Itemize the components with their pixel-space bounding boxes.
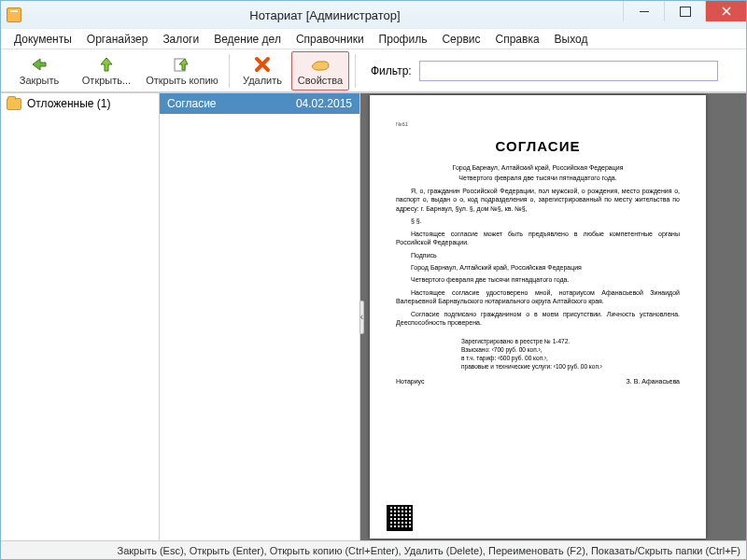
preview-para4: Настоящее согласие удостоверено мной, но… [396,288,680,306]
doc-title: Согласие [167,97,217,110]
notary-name: З. В. Афанасьева [627,378,680,385]
menu-pledges[interactable]: Залоги [157,31,204,48]
minimize-button[interactable] [623,1,664,21]
filter-label: Фильтр: [371,64,412,77]
close-label: Закрыть [20,75,59,86]
document-arrow-icon [172,55,192,74]
menu-documents[interactable]: Документы [8,31,78,48]
menu-profile[interactable]: Профиль [374,31,433,48]
menu-exit[interactable]: Выход [549,31,594,48]
properties-label: Свойства [298,75,343,86]
menu-help[interactable]: Справка [490,31,545,48]
statusbar: Закрыть (Esc), Открыть (Enter), Открыть … [1,540,746,559]
app-icon [7,7,21,22]
preview-panel: №61 СОГЛАСИЕ Город Барнаул, Алтайский кр… [360,93,746,540]
window-title: Нотариат [Администратор] [27,8,623,22]
filter-input[interactable] [419,61,718,81]
reg-line: Зарегистрировано в реестре № 1-472. [461,337,680,345]
statusbar-text: Закрыть (Esc), Открыть (Enter), Открыть … [118,545,740,556]
arrow-left-icon [29,55,49,74]
signature-row: Нотариус З. В. Афанасьева [396,378,680,385]
titlebar: Нотариат [Администратор] [1,1,746,29]
preview-para1b: § §. [396,217,680,225]
reg-line: правовые и технические услуги: ‹100 руб.… [461,362,680,371]
separator [229,54,230,88]
app-window: Нотариат [Администратор] Документы Орган… [0,0,747,560]
delete-label: Удалить [243,75,282,86]
preview-para1: Я, о, гражданин Российской Федерации, по… [396,187,680,213]
preview-line2: Четвертого февраля две тысячи пятнадцато… [396,174,680,182]
preview-line3: Город Барнаул, Алтайский край, Российска… [396,263,680,272]
document-row[interactable]: Согласие 04.02.2015 [160,93,359,114]
close-button[interactable]: Закрыть [7,51,72,91]
properties-button[interactable]: Свойства [291,51,349,91]
reg-line: в т.ч. тариф: ‹600 руб. 00 коп.›, [461,354,680,362]
preview-registration: Зарегистрировано в реестре № 1-472. Взыс… [461,337,680,371]
folder-icon [7,98,21,110]
menu-service[interactable]: Сервис [436,31,486,48]
folder-label: Отложенные (1) [27,97,111,110]
menu-references[interactable]: Справочники [290,31,370,48]
preview-para3: Подпись [396,251,680,259]
notary-label: Нотариус [396,378,425,385]
body: Отложенные (1) Согласие 04.02.2015 №61 С… [1,92,746,540]
folder-deferred[interactable]: Отложенные (1) [1,93,159,114]
qr-code-icon [387,505,413,531]
toolbar: Закрыть Открыть... Открыть копию Удалить [1,49,746,92]
preview-header-num: №61 [396,121,680,127]
close-window-button[interactable] [705,1,746,21]
doc-date: 04.02.2015 [296,97,352,110]
preview-line4: Четвертого февраля две тысячи пятнадцато… [396,275,680,284]
delete-button[interactable]: Удалить [235,51,289,91]
arrow-up-icon [96,55,117,74]
document-list-panel: Согласие 04.02.2015 [160,93,360,540]
open-copy-button[interactable]: Открыть копию [141,51,223,91]
preview-para5: Согласие подписано гражданином о в моем … [396,310,680,328]
preview-line1: Город Барнаул, Алтайский край, Российска… [396,163,680,172]
document-preview: №61 СОГЛАСИЕ Город Барнаул, Алтайский кр… [370,95,706,539]
splitter-handle[interactable] [359,93,364,540]
menubar: Документы Органайзер Залоги Ведение дел … [1,29,746,49]
open-label: Открыть... [82,75,131,86]
preview-title: СОГЛАСИЕ [396,138,680,154]
menu-cases[interactable]: Ведение дел [208,31,287,48]
separator [355,54,356,88]
menu-organizer[interactable]: Органайзер [81,31,154,48]
maximize-button[interactable] [664,1,705,21]
reg-line: Взыскано: ‹700 руб. 00 коп.›, [461,345,680,354]
preview-para2: Настоящее согласие может быть предъявлен… [396,230,680,247]
open-copy-label: Открыть копию [146,75,218,86]
open-button[interactable]: Открыть... [74,51,139,91]
folders-panel: Отложенные (1) [1,93,160,540]
delete-x-icon [252,55,273,74]
hand-icon [310,55,331,74]
